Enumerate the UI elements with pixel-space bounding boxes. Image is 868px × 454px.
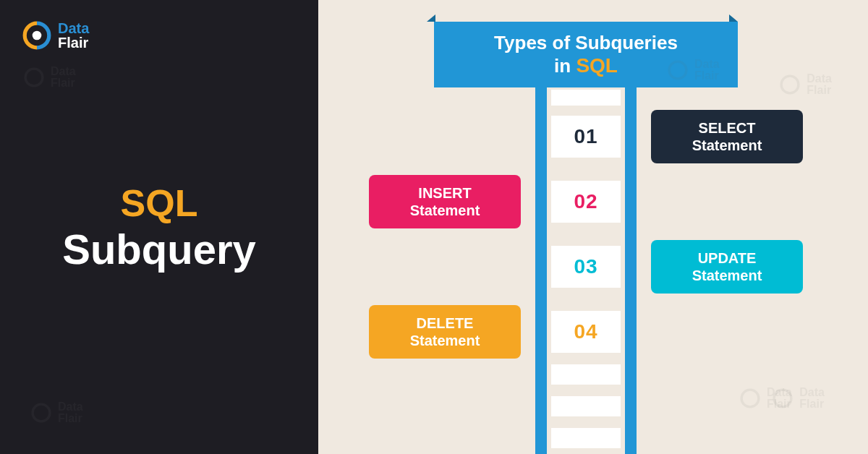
- card-title: SELECT: [699, 119, 756, 137]
- brand-word2: Flair: [58, 35, 89, 50]
- ladder-rung: [551, 428, 621, 448]
- banner-fold-left: [427, 14, 435, 22]
- card-sub: Statement: [410, 202, 480, 219]
- card-title: UPDATE: [698, 249, 757, 267]
- svg-point-1: [25, 69, 43, 86]
- right-panel: Types of Subqueries in SQL 01 02 03 04 S…: [318, 0, 868, 454]
- watermark-icon: DataFlair: [665, 58, 720, 82]
- ladder: 01 02 03 04: [535, 80, 637, 454]
- brand-logo: Data Flair: [22, 20, 89, 51]
- watermark-icon: DataFlair: [22, 65, 76, 90]
- svg-point-3: [669, 61, 686, 79]
- watermark-icon: DataFlair: [770, 386, 825, 411]
- ladder-rung: [551, 90, 621, 106]
- title-block: SQL Subquery: [62, 181, 256, 273]
- diagram-container: Data Flair SQL Subquery DataFlair DataFl…: [0, 0, 868, 454]
- title-accent: SQL: [62, 181, 256, 225]
- card-update: UPDATE Statement: [651, 240, 803, 294]
- left-panel: Data Flair SQL Subquery DataFlair DataFl…: [0, 0, 318, 454]
- step-number-4: 04: [551, 311, 621, 353]
- watermark-icon: DataFlair: [29, 401, 83, 425]
- ladder-rail-left: [535, 80, 547, 454]
- watermark-icon: DataFlair: [778, 72, 832, 97]
- title-main: Subquery: [62, 225, 256, 273]
- card-select: SELECT Statement: [651, 110, 803, 163]
- logo-text: Data Flair: [58, 21, 89, 50]
- ladder-rail-right: [625, 80, 637, 454]
- step-number-2: 02: [551, 181, 621, 223]
- card-insert: INSERT Statement: [369, 175, 521, 228]
- banner-fold-right: [729, 14, 738, 22]
- svg-point-4: [781, 76, 799, 93]
- card-title: DELETE: [417, 314, 474, 332]
- step-number-1: 01: [551, 116, 621, 158]
- svg-point-2: [33, 404, 50, 421]
- svg-point-0: [33, 31, 42, 40]
- step-number-3: 03: [551, 246, 621, 288]
- card-sub: Statement: [692, 267, 762, 284]
- card-delete: DELETE Statement: [369, 305, 521, 359]
- ladder-rung: [551, 396, 621, 416]
- brand-word1: Data: [58, 21, 89, 35]
- card-sub: Statement: [410, 332, 480, 349]
- logo-icon: [22, 20, 52, 51]
- ladder-rung: [551, 364, 621, 385]
- svg-point-5: [741, 390, 759, 407]
- card-sub: Statement: [692, 137, 762, 154]
- svg-point-6: [774, 390, 791, 407]
- card-title: INSERT: [418, 184, 471, 202]
- header-line1: Types of Subqueries: [441, 32, 731, 54]
